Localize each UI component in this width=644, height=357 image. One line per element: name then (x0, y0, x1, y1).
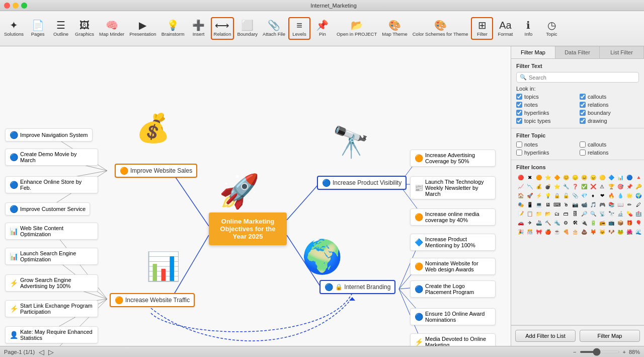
filter-icon-cell[interactable]: 🔎 (580, 209, 588, 218)
filter-icon-cell[interactable]: 🏠 (516, 191, 525, 200)
filter-icon-cell[interactable]: 🐱 (598, 228, 606, 236)
filter-icon-cell[interactable]: 🎂 (571, 228, 579, 236)
central-node[interactable]: Online MarketingObjectives for the Year … (209, 212, 287, 245)
filter-icon-cell[interactable]: ♦ (589, 191, 597, 200)
filter-icon-cell[interactable]: 🔬 (616, 209, 624, 218)
toolbar-presentation[interactable]: ▶ Presentation (127, 18, 158, 39)
filter-icon-cell[interactable]: 🌊 (634, 228, 642, 236)
toolbar-relation[interactable]: ⟷ Relation (211, 17, 234, 40)
filter-icon-cell[interactable]: 🎭 (516, 200, 525, 209)
node-increase-traffic[interactable]: 🟠 Increase Website Traffic (110, 293, 195, 307)
maximize-button[interactable] (21, 3, 27, 9)
filter-icon-cell[interactable]: 🗂 (552, 209, 561, 218)
filter-icon-cell[interactable]: 💰 (534, 182, 543, 191)
filter-icon-cell[interactable]: ✖ (525, 173, 534, 182)
toolbar-brainstorm[interactable]: 💡 Brainstorm (159, 18, 187, 39)
filter-icon-cell[interactable]: 🖥 (543, 200, 552, 209)
node-enhance-store[interactable]: 🔵 Enhance Online Store by Feb. (5, 176, 98, 193)
node-media-coverage[interactable]: 🟠 Increase online media coverage by 40% (410, 208, 496, 226)
toolbar-map-theme[interactable]: 🎨 Map Theme (380, 18, 410, 39)
filter-icon-cell[interactable]: 🔌 (580, 219, 588, 227)
filter-icon-cell[interactable]: 🔶 (552, 173, 561, 182)
filter-icon-cell[interactable]: 🔍 (589, 209, 597, 218)
node-media-devoted[interactable]: ⚡ Media Devoted to Online Marketing (410, 333, 496, 346)
checkbox-topic-relations[interactable]: relations (580, 150, 639, 156)
filter-icon-cell[interactable]: 🎵 (589, 200, 597, 209)
filter-icon-cell[interactable]: 📊 (616, 173, 624, 182)
filter-icon-cell[interactable]: 🔩 (552, 219, 561, 227)
filter-icon-cell[interactable]: 📡 (598, 209, 606, 218)
filter-icon-cell[interactable]: 😞 (571, 173, 579, 182)
filter-icon-cell[interactable]: 🖊 (634, 200, 642, 209)
checkbox-relations[interactable]: relations (580, 102, 639, 108)
filter-icon-cell[interactable]: 🔓 (561, 191, 570, 200)
filter-icon-cell[interactable]: 📻 (598, 219, 606, 227)
filter-icon-cell[interactable]: 🟡 (598, 173, 606, 182)
filter-icon-cell[interactable]: 💎 (580, 191, 588, 200)
filter-icon-cell[interactable]: 🚀 (525, 191, 534, 200)
filter-icon-cell[interactable]: 📉 (525, 182, 534, 191)
filter-icon-cell[interactable]: 🎀 (534, 228, 543, 236)
filter-icon-cell[interactable]: ⚡ (534, 191, 543, 200)
toolbar-filter[interactable]: ⊞ Filter (471, 17, 493, 40)
toolbar-insert[interactable]: ➕ Insert (188, 18, 210, 39)
node-internet-branding[interactable]: 🔵🔒 Internet Branding (319, 280, 395, 294)
checkbox-topic-types[interactable]: topic types (516, 118, 576, 124)
filter-icon-cell[interactable]: 🌺 (625, 228, 633, 236)
toolbar-levels[interactable]: ≡ Levels (288, 17, 310, 40)
filter-icon-cell[interactable]: 🔋 (589, 219, 597, 227)
toolbar-outline[interactable]: ☰ Outline (50, 18, 72, 39)
filter-icon-cell[interactable]: 🎉 (516, 228, 525, 236)
filter-icon-cell[interactable]: 🍎 (543, 228, 552, 236)
node-customer-service[interactable]: 🔵 Improve Customer Service (5, 202, 90, 216)
node-adv-coverage[interactable]: 🟠 Increase Advertising Coverage by 50% (410, 150, 496, 167)
filter-icon-cell[interactable]: 🐸 (616, 228, 624, 236)
filter-icon-cell[interactable]: 🔨 (543, 219, 552, 227)
toolbar-boundary[interactable]: ⬜ Boundary (235, 18, 260, 39)
toolbar-pages[interactable]: 📄 Pages (27, 18, 49, 39)
filter-icon-cell[interactable]: 🎮 (598, 200, 606, 209)
filter-icon-cell[interactable]: 📝 (516, 209, 525, 218)
filter-icon-cell[interactable]: 🎯 (616, 182, 624, 191)
filter-icon-cell[interactable]: 🖱 (561, 200, 570, 209)
filter-icon-cell[interactable]: 💣 (543, 182, 552, 191)
checkbox-drawing[interactable]: drawing (580, 118, 639, 124)
search-input[interactable] (529, 75, 635, 81)
node-product-visibility[interactable]: 🔵 Increase Product Visibility (317, 176, 407, 190)
node-kate-stats[interactable]: 👤 Kate: May Require Enhanced Statistics (5, 326, 98, 343)
tab-filter-map[interactable]: Filter Map (511, 46, 555, 58)
node-nav-system[interactable]: 🔵 Improve Navigation System (5, 128, 93, 141)
filter-icon-cell[interactable]: 🔴 (516, 173, 525, 182)
filter-icon-cell[interactable]: 📦 (616, 219, 624, 227)
filter-icon-cell[interactable]: ☕ (552, 228, 561, 236)
filter-icon-cell[interactable]: ✈ (525, 219, 534, 227)
filter-icon-cell[interactable]: 🔧 (561, 182, 570, 191)
tab-data-filter[interactable]: Data Filter (555, 46, 600, 58)
filter-icon-cell[interactable]: 🔒 (552, 191, 561, 200)
filter-icon-cell[interactable]: 📌 (625, 182, 633, 191)
filter-icon-cell[interactable]: 🎊 (525, 228, 534, 236)
checkbox-topic-callouts[interactable]: callouts (580, 141, 639, 148)
prev-page-button[interactable]: ◁ (39, 348, 44, 356)
filter-icon-cell[interactable]: 🐶 (607, 228, 615, 236)
checkbox-topic-notes[interactable]: notes (516, 141, 576, 148)
filter-icon-cell[interactable]: 🔭 (607, 209, 615, 218)
filter-icon-cell[interactable]: 😠 (589, 173, 597, 182)
checkbox-topic-hyperlinks[interactable]: hyperlinks (516, 150, 576, 156)
filter-icon-cell[interactable]: 🚢 (534, 219, 543, 227)
filter-icon-cell[interactable]: ⭐ (552, 182, 561, 191)
filter-icon-cell[interactable]: 📈 (516, 182, 525, 191)
filter-icon-cell[interactable]: 🔥 (607, 191, 615, 200)
toolbar-graphics[interactable]: 🖼 Graphics (73, 18, 96, 39)
filter-icon-cell[interactable]: ❌ (589, 182, 597, 191)
toolbar-pin[interactable]: 📌 Pin (311, 18, 334, 39)
filter-map-button[interactable]: Filter Map (580, 330, 640, 342)
mind-map-canvas[interactable]: Online MarketingObjectives for the Year … (0, 46, 511, 346)
filter-icon-cell[interactable]: 🏥 (634, 209, 642, 218)
zoom-out-button[interactable]: − (573, 349, 576, 355)
filter-icon-cell[interactable]: 💧 (616, 191, 624, 200)
node-improve-sales[interactable]: 🟠 Improve Website Sales (115, 164, 197, 178)
filter-icon-cell[interactable]: 🔑 (634, 182, 642, 191)
minimize-button[interactable] (13, 3, 19, 9)
filter-icon-cell[interactable]: 🟠 (534, 173, 543, 182)
